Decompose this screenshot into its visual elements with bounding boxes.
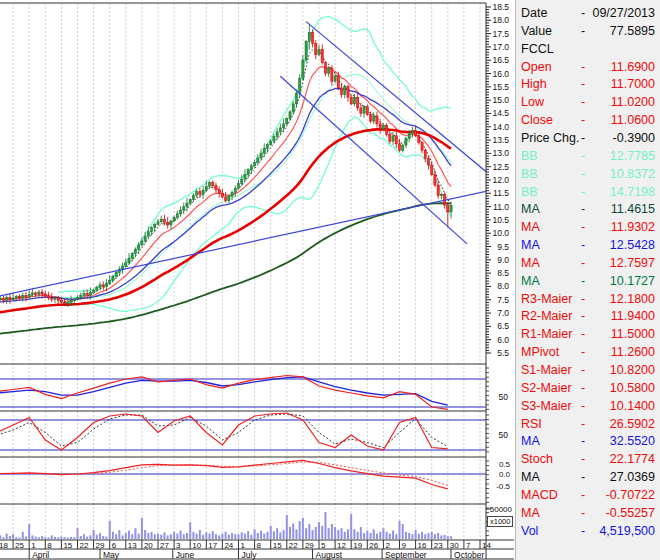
candles: [0, 25, 452, 307]
svg-text:17.0: 17.0: [492, 42, 509, 52]
svg-text:15.5: 15.5: [492, 82, 509, 92]
info-value: 12.7785: [610, 148, 655, 165]
info-dash: -: [581, 380, 585, 397]
info-value: 12.1800: [610, 291, 655, 308]
data-window: Date-09/27/2013Value-77.5895FCCLOpen-11.…: [515, 0, 660, 560]
trendlines: [0, 22, 486, 297]
svg-text:6.5: 6.5: [497, 321, 509, 331]
info-row-macd-27: MACD--0.70722: [521, 487, 655, 504]
week-tick-label: 29: [96, 541, 105, 550]
main-price-panel: [0, 17, 452, 335]
info-dash: -: [581, 59, 585, 76]
info-value: -0.3900: [613, 130, 655, 147]
info-label: MA: [521, 201, 540, 218]
info-dash: -: [581, 201, 585, 218]
info-value: 4,519,500: [599, 523, 655, 540]
info-label: Vol: [521, 523, 538, 540]
info-dash: -: [581, 487, 585, 504]
info-dash: -: [581, 76, 585, 93]
info-row-r3-maier-16: R3-Maier-12.1800: [521, 291, 655, 308]
svg-text:7.0: 7.0: [497, 308, 509, 318]
info-row-bb-9: BB-10.8372: [521, 166, 655, 183]
info-dash: -: [581, 166, 585, 183]
svg-text:8.0: 8.0: [497, 281, 509, 291]
bb-upper-band: [58, 17, 451, 293]
svg-text:0.5: 0.5: [499, 460, 511, 469]
info-dash: -: [581, 130, 585, 147]
rsi-axis-label: 50: [499, 392, 509, 402]
info-value: 22.1774: [610, 451, 655, 468]
info-label: Stoch: [521, 451, 553, 468]
chart-area[interactable]: 18.518.017.517.016.516.015.515.014.514.0…: [0, 0, 516, 560]
svg-text:0.0: 0.0: [499, 470, 511, 479]
volume-panel: [0, 512, 452, 539]
info-value: 11.6900: [611, 59, 655, 76]
week-tick-label: 1: [241, 541, 246, 550]
info-row-r2-maier-17: R2-Maier-11.9400: [521, 308, 655, 325]
info-row-ma-24: MA-32.5520: [521, 433, 655, 450]
info-dash: -: [581, 398, 585, 415]
info-value: 10.5800: [610, 380, 655, 397]
info-label: MA: [521, 505, 540, 522]
month-label: April: [32, 550, 49, 560]
info-row-vol-29: Vol-4,519,500: [521, 523, 655, 540]
info-value: 11.4615: [611, 201, 655, 218]
week-tick-label: 22: [80, 541, 89, 550]
week-tick-label: 17: [208, 541, 217, 550]
info-value: 11.9400: [611, 308, 655, 325]
info-label: MA: [521, 219, 540, 236]
week-tick-label: 19: [353, 541, 362, 550]
info-dash: -: [581, 184, 585, 201]
info-label: Price Chg.: [521, 130, 579, 147]
svg-text:6.0: 6.0: [497, 335, 509, 345]
svg-text:9.0: 9.0: [497, 255, 509, 265]
week-tick-label: 9: [402, 541, 407, 550]
price-chart-canvas[interactable]: 18.518.017.517.016.516.015.515.014.514.0…: [0, 0, 516, 560]
info-dash: -: [581, 112, 585, 129]
svg-text:8.5: 8.5: [497, 268, 509, 278]
info-row-low-5: Low-11.0200: [521, 94, 655, 111]
svg-text:10.0: 10.0: [492, 228, 509, 238]
info-label: BB: [521, 166, 538, 183]
svg-text:10.5: 10.5: [492, 215, 509, 225]
info-label: FCCL: [521, 41, 554, 58]
info-label: Date: [521, 5, 547, 22]
week-tick-label: 6: [112, 541, 117, 550]
info-label: Value: [521, 23, 552, 40]
info-label: Close: [521, 112, 553, 129]
svg-text:12.5: 12.5: [492, 162, 509, 172]
week-tick-label: 24: [224, 541, 233, 550]
info-label: MA: [521, 273, 540, 290]
info-label: MA: [521, 433, 540, 450]
svg-text:16.5: 16.5: [492, 55, 509, 65]
info-row-close-6: Close-11.0600: [521, 112, 655, 129]
info-label: MA: [521, 255, 540, 272]
info-row-ma-13: MA-12.5428: [521, 237, 655, 254]
week-tick-label: 30: [450, 541, 459, 550]
info-row-r1-maier-18: R1-Maier-11.5000: [521, 326, 655, 343]
info-row-high-4: High-11.7000: [521, 76, 655, 93]
info-dash: -: [581, 326, 585, 343]
info-dash: -: [581, 308, 585, 325]
info-label: R2-Maier: [521, 308, 572, 325]
info-label: S1-Maier: [521, 362, 572, 379]
info-row-value-1: Value-77.5895: [521, 23, 655, 40]
info-dash: -: [581, 5, 585, 22]
week-tick-label: 15: [273, 541, 282, 550]
info-value: 11.5000: [611, 326, 655, 343]
week-tick-label: 22: [289, 541, 298, 550]
info-label: S2-Maier: [521, 380, 572, 397]
week-tick-label: 2: [385, 541, 390, 550]
info-label: S3-Maier: [521, 398, 572, 415]
info-label: MA: [521, 237, 540, 254]
info-dash: -: [581, 469, 585, 486]
info-label: High: [521, 76, 547, 93]
volume-multiplier-label: x1000: [487, 516, 513, 527]
info-row-rsi-23: RSI-26.5902: [521, 416, 655, 433]
info-label: Open: [521, 59, 552, 76]
macd-panel: [0, 460, 486, 489]
info-dash: -: [581, 255, 585, 272]
svg-text:14.5: 14.5: [492, 108, 509, 118]
info-value: -0.55257: [606, 505, 655, 522]
rsi-line: [0, 376, 448, 410]
